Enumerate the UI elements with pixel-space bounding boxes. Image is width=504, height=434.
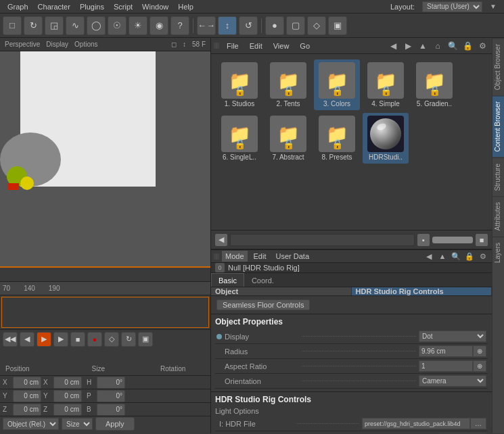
aspect-expand[interactable]: ⊕ (473, 360, 486, 372)
btn-prev-frame[interactable]: ◀ (20, 332, 35, 347)
rot-p-input[interactable] (97, 390, 125, 402)
cb-nav-forward[interactable]: ▶ (401, 39, 415, 53)
attr-drag-handle[interactable]: ⋮ (214, 254, 219, 260)
pos-z-input[interactable] (13, 404, 41, 416)
tab-basic[interactable]: Basic (211, 273, 244, 287)
tool-scale2[interactable]: ↕ (218, 16, 237, 35)
object-rel-select[interactable]: Object (Rel.) (3, 418, 59, 430)
tool-grid[interactable]: ▣ (328, 16, 347, 35)
btn-keyframe[interactable]: ◇ (104, 332, 119, 347)
tool-rotate[interactable]: ↻ (24, 16, 43, 35)
btn-play[interactable]: ▶ (37, 332, 51, 347)
menu-help[interactable]: Help (173, 1, 198, 12)
cb-menu-file[interactable]: File (223, 41, 242, 51)
folder-abstract[interactable]: 📁 🔒 7. Abstract (265, 113, 311, 164)
cb-drag-handle[interactable]: ⋮ (214, 43, 219, 49)
display-dropdown[interactable]: Dot (419, 331, 486, 342)
btn-loop[interactable]: ↻ (121, 332, 136, 347)
rtab-layers[interactable]: Layers (492, 237, 504, 268)
attr-menu-edit[interactable]: Edit (250, 251, 270, 262)
tool-keyframe[interactable]: ◇ (307, 16, 326, 35)
btn-record[interactable]: ● (87, 332, 102, 347)
apply-button[interactable]: Apply (95, 417, 135, 431)
attr-menu-userdata[interactable]: User Data (273, 251, 313, 262)
attr-menu-mode[interactable]: Mode (222, 251, 248, 262)
cb-menu-view[interactable]: View (270, 41, 293, 51)
cb-search[interactable]: 🔍 (446, 39, 459, 53)
size-z-input[interactable] (53, 404, 82, 416)
cb-lock[interactable]: 🔒 (461, 39, 474, 53)
tool-camera[interactable]: ◉ (150, 16, 168, 35)
cb-gear[interactable]: ⚙ (476, 39, 489, 53)
tool-help[interactable]: ? (170, 16, 189, 35)
viewport[interactable]: Perspective Display Options ◻ ↕ 58 F (0, 38, 211, 281)
cb-nav-up[interactable]: ▲ (416, 39, 430, 53)
attr-lock[interactable]: 🔒 (463, 250, 476, 262)
btn-go-start[interactable]: ◀◀ (3, 332, 18, 347)
radius-expand[interactable]: ⊕ (473, 345, 486, 357)
cb-thumbnail-large[interactable]: ■ (476, 234, 488, 246)
tool-sphere[interactable]: ◯ (87, 16, 106, 35)
rtab-content-browser[interactable]: Content Browser (492, 95, 504, 157)
tool-record[interactable]: ● (265, 16, 284, 35)
vt-perspective[interactable]: Perspective (3, 40, 42, 49)
attr-gear[interactable]: ⚙ (477, 250, 489, 262)
cb-menu-go[interactable]: Go (296, 41, 313, 51)
pos-x-input[interactable] (13, 377, 41, 389)
tool-cube[interactable]: □ (3, 16, 22, 35)
size-select[interactable]: Size (62, 418, 93, 430)
radius-input[interactable] (419, 345, 473, 357)
rtab-attributes[interactable]: Attributes (492, 196, 504, 236)
folder-tents[interactable]: 📁 🔒 2. Tents (265, 59, 311, 110)
size-x-input[interactable] (53, 377, 82, 389)
rot-h-input[interactable] (97, 377, 125, 389)
btn-next-frame[interactable]: ▶ (53, 332, 68, 347)
btn-stop[interactable]: ■ (70, 332, 85, 347)
cb-thumbnail-small[interactable]: ▪ (417, 234, 430, 246)
menu-plugins[interactable]: Plugins (75, 1, 109, 12)
vt-settings[interactable]: ↕ (181, 40, 188, 49)
folder-colors[interactable]: 📁 🔒 3. Colors (314, 59, 360, 110)
btn-grid-view[interactable]: ▣ (138, 332, 153, 347)
rtab-object-browser[interactable]: Object Browser (492, 38, 504, 95)
folder-singlel[interactable]: 📁 🔒 6. SingleL.. (216, 113, 262, 164)
attr-back[interactable]: ◀ (423, 250, 435, 262)
cb-thumbnail-slider[interactable] (432, 237, 473, 243)
folder-gradients[interactable]: 📁 🔒 5. Gradien.. (411, 59, 457, 110)
hdr-file-input[interactable] (362, 418, 470, 429)
layout-arrow-icon[interactable]: ▼ (485, 1, 501, 11)
attr-search[interactable]: 🔍 (450, 250, 462, 262)
menu-script[interactable]: Script (109, 1, 137, 12)
aspect-input[interactable] (419, 360, 473, 372)
cb-path-back[interactable]: ◀ (215, 234, 227, 246)
tool-stop[interactable]: ▢ (286, 16, 305, 35)
attr-target[interactable]: ▲ (436, 250, 449, 262)
vt-options[interactable]: Options (72, 40, 99, 49)
layout-select[interactable]: Startup (User) (422, 1, 482, 12)
pos-y-input[interactable] (13, 390, 41, 402)
vt-maximize[interactable]: ◻ (169, 40, 179, 49)
folder-presets[interactable]: 📁 🔒 8. Presets (314, 113, 360, 164)
rtab-structure[interactable]: Structure (492, 158, 504, 197)
tab-coord[interactable]: Coord. (244, 273, 281, 287)
cb-menu-edit[interactable]: Edit (246, 41, 266, 51)
cb-home[interactable]: ⌂ (431, 39, 444, 53)
brightness-expand[interactable]: ⊕ (473, 433, 486, 433)
timeline-content[interactable] (0, 295, 210, 329)
tool-sun[interactable]: ☀ (129, 16, 147, 35)
hdr-file-browse[interactable]: … (470, 418, 486, 429)
vt-display[interactable]: Display (44, 40, 70, 49)
menu-graph[interactable]: Graph (3, 1, 33, 12)
seamless-floor-btn[interactable]: Seamless Floor Controls (216, 299, 310, 310)
tool-spline[interactable]: ∿ (66, 16, 85, 35)
tool-move[interactable]: ←→ (197, 16, 216, 35)
menu-character[interactable]: Character (33, 1, 75, 12)
orientation-dropdown[interactable]: Camera (419, 375, 486, 387)
size-y-input[interactable] (53, 390, 82, 402)
tool-ring[interactable]: ☉ (108, 16, 127, 35)
folder-studios[interactable]: 📁 🔒 1. Studios (216, 59, 262, 110)
tool-scale[interactable]: ◲ (45, 16, 64, 35)
rot-b-input[interactable] (97, 404, 125, 416)
viewport-canvas[interactable] (0, 51, 211, 281)
cb-nav-back[interactable]: ◀ (386, 39, 400, 53)
